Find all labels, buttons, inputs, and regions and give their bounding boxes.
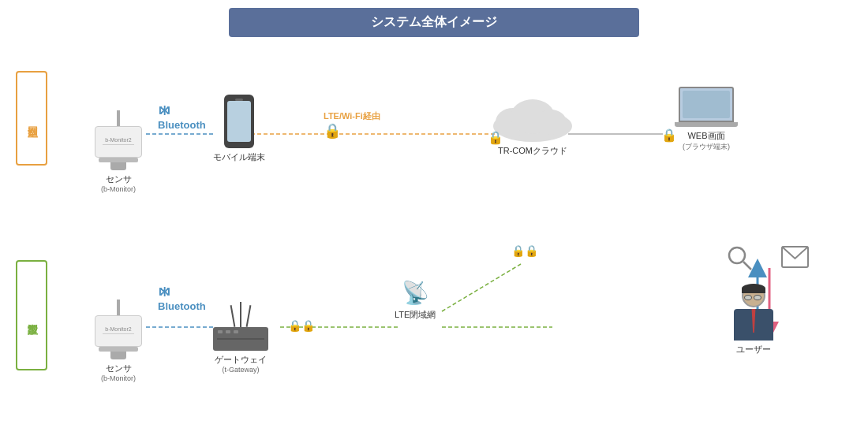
- row2-gateway-label: ゲートウェイ: [215, 354, 267, 366]
- row1-label: 巡回型: [16, 71, 47, 166]
- row2-gateway-sublabel: (t-Gateway): [222, 366, 259, 374]
- row2-user: ユーザー: [734, 284, 773, 355]
- row2-lock2: 🔒🔒: [511, 244, 538, 257]
- search-icon: [726, 244, 754, 275]
- row2-lock1: 🔒🔒: [288, 319, 315, 332]
- row1-bluetooth-label: ꇾ Bluetooth: [158, 102, 206, 131]
- row2-lte-label: LTE閉域網: [395, 309, 436, 321]
- row1-mobile-label: モバイル端末: [213, 151, 265, 163]
- row1-sensor-label: センサ: [106, 173, 132, 185]
- row2-bluetooth-label: ꇾ Bluetooth: [158, 284, 206, 312]
- row2-label: 常設型: [16, 260, 47, 370]
- row1-laptop-base: [675, 122, 738, 127]
- row1-lock1: 🔒: [488, 130, 503, 145]
- page-title: システム全体イメージ: [229, 8, 639, 37]
- row1-cloud: TR-COMクラウド: [489, 87, 576, 157]
- row1-sensor-sublabel: (b-Monitor): [101, 185, 136, 193]
- user-body: [734, 309, 773, 341]
- row2-sensor-box: b-Monitor2: [95, 315, 142, 347]
- mail-icon: [781, 246, 809, 271]
- page-container: { "title": "システム全体イメージ", "row1": { "labe…: [0, 0, 868, 428]
- row2-sensor: b-Monitor2 センサ (b-Monitor): [95, 300, 142, 382]
- row2-sensor-label: センサ: [106, 363, 132, 374]
- row1-cloud-label: TR-COMクラウド: [498, 145, 567, 157]
- svg-point-12: [535, 110, 567, 135]
- svg-point-13: [729, 247, 745, 263]
- row1-lte-label: LTE/Wi-Fi経由 🔒: [324, 110, 380, 140]
- row1-mobile: モバイル端末: [213, 95, 265, 163]
- row1-laptop-screen: [679, 87, 734, 122]
- row2-gateway-box: [213, 327, 268, 351]
- row1-web-sublabel: (ブラウザ端末): [683, 142, 730, 152]
- row2-sensor-sublabel: (b-Monitor): [101, 374, 136, 382]
- svg-line-5: [442, 264, 521, 311]
- row1-web-label: WEB画面: [687, 130, 724, 142]
- row1-sensor: b-Monitor2 センサ (b-Monitor): [95, 110, 142, 193]
- row2-gateway: ゲートウェイ (t-Gateway): [213, 303, 268, 374]
- row1-sensor-box: b-Monitor2: [95, 126, 142, 158]
- row2-user-label: ユーザー: [736, 344, 771, 355]
- row2-lte-tower: 📡 LTE閉域網: [395, 280, 436, 321]
- row1-laptop: WEB画面 (ブラウザ端末): [675, 87, 738, 152]
- svg-line-14: [743, 262, 751, 270]
